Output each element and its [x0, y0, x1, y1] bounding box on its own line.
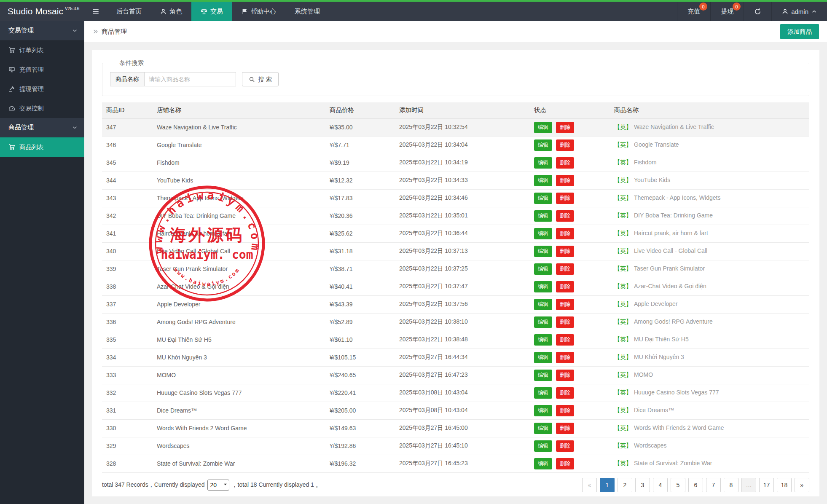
edit-button[interactable]: 编辑 [534, 387, 552, 399]
shop-name-cell: Among Gods! RPG Adventure [153, 313, 325, 331]
page-button[interactable]: 18 [777, 478, 792, 492]
delete-button[interactable]: 删除 [556, 139, 574, 151]
delete-button[interactable]: 删除 [556, 387, 574, 399]
edit-button[interactable]: 编辑 [534, 193, 552, 204]
nav-item-2[interactable]: 角色 [151, 2, 191, 21]
edit-button[interactable]: 编辑 [534, 246, 552, 257]
delete-button[interactable]: 删除 [556, 423, 574, 434]
edit-button[interactable]: 编辑 [534, 228, 552, 239]
delete-button[interactable]: 删除 [556, 175, 574, 186]
product-name: Haircut prank, air horn & fart [634, 230, 708, 236]
edit-button[interactable]: 编辑 [534, 122, 552, 133]
brand-name: Studio Mosaic [8, 6, 63, 16]
language-tag: 【英】 [614, 265, 632, 272]
page-button[interactable]: 5 [671, 478, 685, 492]
user-menu[interactable]: admin [771, 2, 827, 21]
sidebar-section-header[interactable]: 商品管理 [0, 118, 84, 137]
sidebar-toggle-button[interactable] [84, 2, 107, 21]
product-name-cell: 【英】Huuuge Casino Slots Vegas 777 [610, 384, 809, 402]
hamburger-icon [92, 8, 99, 15]
summary-prefix: total 347 Records，Currently displayed [102, 481, 205, 489]
page-button[interactable]: 3 [635, 478, 650, 492]
status-cell: 编辑删除 [530, 154, 610, 172]
edit-button[interactable]: 编辑 [534, 458, 552, 469]
page-button[interactable]: 1 [600, 478, 615, 492]
edit-button[interactable]: 编辑 [534, 370, 552, 381]
delete-button[interactable]: 删除 [556, 334, 574, 346]
delete-button[interactable]: 删除 [556, 440, 574, 452]
page-button[interactable]: » [795, 478, 809, 492]
delete-button[interactable]: 删除 [556, 246, 574, 257]
price-cell: ¥/$192.86 [325, 437, 395, 455]
content-card: 条件搜索 商品名称 搜 索 商品ID店铺名称商品价格添加时间状态商品名称 347… [92, 50, 819, 496]
time-cell: 2025年03月08日 10:43:04 [395, 384, 530, 402]
delete-button[interactable]: 删除 [556, 210, 574, 222]
nav-shortcut-1[interactable]: 充值0 [677, 2, 710, 21]
table-row: 346Google Translate¥/$7.712025年03月22日 10… [102, 136, 809, 154]
product-name-input[interactable] [144, 72, 236, 86]
nav-item-4[interactable]: 帮助中心 [232, 2, 285, 21]
search-button[interactable]: 搜 索 [242, 72, 279, 86]
delete-button[interactable]: 删除 [556, 405, 574, 416]
edit-button[interactable]: 编辑 [534, 281, 552, 292]
main-menu: 后台首页角色交易帮助中心系统管理 [107, 2, 329, 21]
edit-button[interactable]: 编辑 [534, 334, 552, 346]
nav-item-1[interactable]: 后台首页 [107, 2, 151, 21]
delete-button[interactable]: 删除 [556, 281, 574, 292]
delete-button[interactable]: 删除 [556, 157, 574, 169]
edit-button[interactable]: 编辑 [534, 263, 552, 275]
table-row: 335MU Đại Thiên Sứ H5¥/$61.102025年03月22日… [102, 331, 809, 349]
price-cell: ¥/$20.36 [325, 207, 395, 225]
page-button[interactable]: 4 [653, 478, 668, 492]
page-button[interactable]: 8 [724, 478, 738, 492]
nav-item-5[interactable]: 系统管理 [285, 2, 329, 21]
product-name-cell: 【英】Apple Developer [610, 295, 809, 313]
price-cell: ¥/$240.65 [325, 366, 395, 384]
delete-button[interactable]: 删除 [556, 458, 574, 469]
sidebar-item[interactable]: 商品列表 [0, 137, 84, 157]
status-cell: 编辑删除 [530, 225, 610, 242]
page-size-select[interactable]: 20 [207, 480, 229, 491]
sidebar-item[interactable]: 充值管理 [0, 60, 84, 79]
delete-button[interactable]: 删除 [556, 228, 574, 239]
delete-button[interactable]: 删除 [556, 193, 574, 204]
edit-button[interactable]: 编辑 [534, 210, 552, 222]
page-button[interactable]: 7 [706, 478, 721, 492]
page-button[interactable]: 6 [688, 478, 703, 492]
edit-button[interactable]: 编辑 [534, 175, 552, 186]
sidebar-item[interactable]: 交易控制 [0, 99, 84, 118]
delete-button[interactable]: 删除 [556, 299, 574, 310]
product-name: Themepack - App Icons, Widgets [634, 194, 720, 201]
price-cell: ¥/$17.83 [325, 189, 395, 207]
edit-button[interactable]: 编辑 [534, 139, 552, 151]
add-product-button[interactable]: 添加商品 [780, 24, 819, 39]
sidebar-section-header[interactable]: 交易管理 [0, 21, 84, 40]
time-cell: 2025年03月22日 10:36:44 [395, 225, 530, 242]
nav-shortcut-2[interactable]: 提现0 [710, 2, 744, 21]
edit-button[interactable]: 编辑 [534, 157, 552, 169]
sidebar-item[interactable]: 订单列表 [0, 40, 84, 60]
edit-button[interactable]: 编辑 [534, 440, 552, 452]
page-button[interactable]: 2 [618, 478, 632, 492]
edit-button[interactable]: 编辑 [534, 405, 552, 416]
sidebar-item[interactable]: 提现管理 [0, 79, 84, 99]
delete-button[interactable]: 删除 [556, 316, 574, 328]
navbar-right: 充值0提现0 admin [677, 2, 827, 21]
edit-button[interactable]: 编辑 [534, 316, 552, 328]
table-row: 328State of Survival: Zombie War¥/$196.3… [102, 455, 809, 472]
page-button[interactable]: « [582, 478, 597, 492]
delete-button[interactable]: 删除 [556, 352, 574, 363]
delete-button[interactable]: 删除 [556, 122, 574, 133]
refresh-button[interactable] [744, 2, 771, 21]
nav-item-3[interactable]: 交易 [191, 2, 232, 21]
edit-button[interactable]: 编辑 [534, 352, 552, 363]
shop-name-cell: YouTube Kids [153, 172, 325, 189]
page-button[interactable]: … [741, 478, 756, 492]
page-button[interactable]: 17 [759, 478, 774, 492]
edit-button[interactable]: 编辑 [534, 423, 552, 434]
edit-button[interactable]: 编辑 [534, 299, 552, 310]
language-tag: 【英】 [614, 141, 632, 148]
delete-button[interactable]: 删除 [556, 263, 574, 275]
price-cell: ¥/$196.32 [325, 455, 395, 472]
delete-button[interactable]: 删除 [556, 370, 574, 381]
